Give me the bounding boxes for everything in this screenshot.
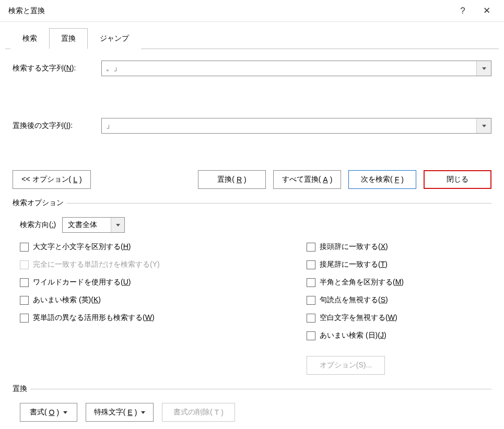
find-combobox [101,61,491,76]
replace-group-header: 置換 [13,384,491,394]
find-input[interactable] [102,61,476,76]
checkbox-label: 空白文字を無視する(W) [320,313,397,323]
checkbox-left-0[interactable]: 大文字と小文字を区別する(H) [20,242,286,252]
replace-dropdown-button[interactable] [476,118,491,133]
direction-dropdown-button [111,218,124,232]
replace-all-button[interactable]: すべて置換(A) [273,170,341,189]
tab-replace[interactable]: 置換 [49,28,88,49]
action-button-row: << オプション(L) 置換(R) すべて置換(A) 次を検索(F) 閉じる [13,170,491,189]
checkbox-right-2[interactable]: 半角と全角を区別する(M) [307,278,484,287]
checkbox-label: あいまい検索 (日)(J) [320,331,386,340]
titlebar: 検索と置換 ? ✕ [0,0,504,22]
checkbox-label: 完全に一致する単語だけを検索する(Y) [33,260,160,269]
checkbox-box [20,314,29,323]
checkbox-box [307,260,315,269]
replace-group: 置換 書式(O) 特殊文字(E) 書式の削除(T) [13,384,491,424]
tab-search[interactable]: 検索 [10,28,49,49]
checkbox-left-4[interactable]: 英単語の異なる活用形も検索する(W) [20,313,286,323]
tab-jump[interactable]: ジャンプ [88,28,141,49]
checkbox-label: 半角と全角を区別する(M) [320,278,404,287]
fuzzy-options-button: オプション(S)... [307,356,385,375]
replace-combobox [101,118,491,134]
clear-format-button: 書式の削除(T) [162,403,235,422]
dialog-title: 検索と置換 [8,6,451,16]
search-options-group: 検索オプション 検索方向(:) 文書全体 大文字と小文字を区別する(H)完全に一… [13,198,491,375]
help-button[interactable]: ? [451,0,475,22]
direction-value: 文書全体 [63,220,111,230]
options-button[interactable]: << オプション(L) [13,170,91,189]
checkbox-label: あいまい検索 (英)(K) [33,295,101,305]
replace-button[interactable]: 置換(R) [198,170,266,189]
checkbox-label: 英単語の異なる活用形も検索する(W) [33,313,155,323]
chevron-down-icon [141,411,145,414]
checkbox-label: 句読点を無視する(S) [320,295,388,305]
checkbox-box [20,278,29,287]
checkbox-label: ワイルドカードを使用する(U) [33,278,131,287]
checkbox-label: 大文字と小文字を区別する(H) [33,242,131,252]
format-button[interactable]: 書式(O) [20,403,77,422]
chevron-down-icon [482,67,486,70]
checkbox-right-1[interactable]: 接尾辞に一致する(T) [307,260,484,269]
direction-label: 検索方向(:) [20,220,56,230]
checkbox-box [307,331,315,340]
direction-select[interactable]: 文書全体 [62,217,125,233]
checkbox-right-4[interactable]: 空白文字を無視する(W) [307,313,484,323]
chevron-down-icon [482,125,486,127]
tab-bar: 検索 置換 ジャンプ [10,28,499,49]
dialog-content: 検索 置換 ジャンプ 検索する文字列(N): 置換後の文字列(I): [0,22,504,429]
close-button[interactable]: 閉じる [424,170,491,189]
checkbox-grid: 大文字と小文字を区別する(H)完全に一致する単語だけを検索する(Y)ワイルドカー… [20,242,484,375]
find-label: 検索する文字列(N): [13,64,101,73]
checkbox-box [307,314,315,323]
checkbox-label: 接頭辞に一致する(X) [320,242,388,252]
checkbox-box [307,296,315,305]
checkbox-right-0[interactable]: 接頭辞に一致する(X) [307,242,484,252]
close-window-button[interactable]: ✕ [475,0,499,22]
checkbox-left-2[interactable]: ワイルドカードを使用する(U) [20,278,286,287]
special-chars-button[interactable]: 特殊文字(E) [86,403,154,422]
checkbox-right-5[interactable]: あいまい検索 (日)(J) [307,331,484,340]
checkbox-box [20,243,29,252]
search-options-header: 検索オプション [13,198,491,208]
checkbox-box [20,296,29,305]
checkbox-left-3[interactable]: あいまい検索 (英)(K) [20,295,286,305]
chevron-down-icon [63,411,67,414]
tab-panel: 検索する文字列(N): 置換後の文字列(I): << オプション(L) 置換(R… [5,49,499,429]
checkbox-box [307,278,315,287]
replace-row: 置換後の文字列(I): [13,118,491,134]
checkbox-left-1: 完全に一致する単語だけを検索する(Y) [20,260,286,269]
checkbox-box [20,260,29,269]
replace-label: 置換後の文字列(I): [13,121,101,130]
find-next-button[interactable]: 次を検索(F) [348,170,416,189]
chevron-down-icon [116,224,120,227]
replace-input[interactable] [102,118,476,133]
find-dropdown-button[interactable] [476,61,491,76]
find-row: 検索する文字列(N): [13,61,491,76]
checkbox-right-3[interactable]: 句読点を無視する(S) [307,295,484,305]
direction-row: 検索方向(:) 文書全体 [20,217,484,233]
checkbox-label: 接尾辞に一致する(T) [320,260,388,269]
checkbox-box [307,243,315,252]
